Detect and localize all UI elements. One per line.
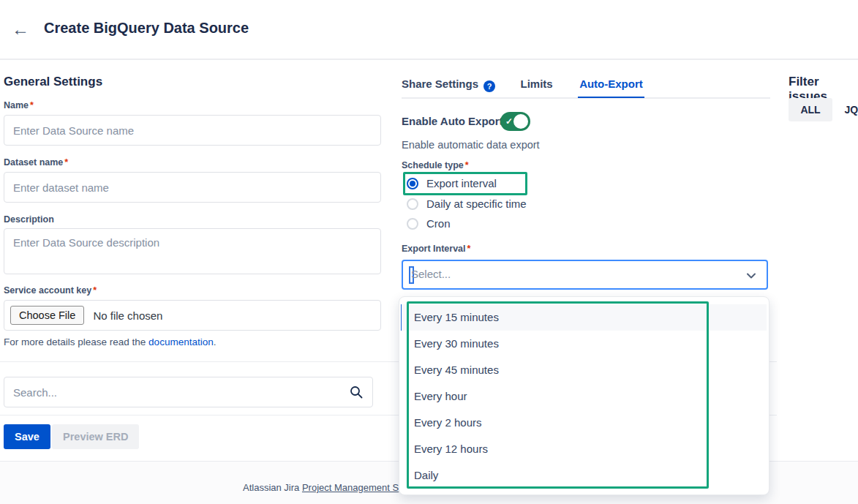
radio-label: Daily at specific time <box>426 198 527 210</box>
enable-auto-export-label: Enable Auto Export <box>402 115 503 127</box>
required-asterisk: * <box>467 244 471 254</box>
service-account-key-file-field: Choose File No file chosen <box>4 300 381 331</box>
dropdown-options-list: Every 15 minutes Every 30 minutes Every … <box>402 304 767 489</box>
export-interval-dropdown: Every 15 minutes Every 30 minutes Every … <box>399 296 769 495</box>
file-chosen-status: No file chosen <box>93 309 162 322</box>
radio-option-cron[interactable]: Cron <box>407 217 451 230</box>
back-button[interactable]: ← <box>12 19 29 40</box>
schedule-type-label: Schedule type* <box>402 160 469 170</box>
filter-tab-all[interactable]: ALL <box>789 98 832 121</box>
required-asterisk: * <box>465 160 469 170</box>
preview-erd-button[interactable]: Preview ERD <box>52 424 139 449</box>
search-icon[interactable] <box>349 385 364 399</box>
tab-share-settings[interactable]: Share Settings? <box>402 78 495 99</box>
choose-file-button[interactable]: Choose File <box>10 306 84 325</box>
required-asterisk: * <box>30 100 34 110</box>
option-every-12-hours[interactable]: Every 12 hours <box>402 436 767 462</box>
radio-label: Export interval <box>426 177 497 189</box>
page-title: Create BigQuery Data Source <box>44 20 249 37</box>
schedule-type-label-text: Schedule type <box>402 160 464 170</box>
hint-period: . <box>214 336 217 347</box>
auto-export-toggle[interactable]: ✓ <box>500 112 530 131</box>
tab-auto-export[interactable]: Auto-Export <box>578 78 644 98</box>
search-input[interactable] <box>4 377 373 407</box>
footer-link[interactable]: Project Management S <box>302 482 399 493</box>
settings-tabbar: Share Settings? Limits Auto-Export <box>402 78 770 99</box>
search-field <box>4 377 373 407</box>
auto-export-hint: Enable automatic data export <box>402 139 540 151</box>
chevron-down-icon <box>746 271 756 281</box>
service-account-key-label: Service account key* <box>4 285 97 296</box>
description-textarea[interactable] <box>4 228 381 274</box>
hint-text: For more details please read the <box>4 336 148 347</box>
select-placeholder: Select... <box>411 268 451 280</box>
check-icon: ✓ <box>505 116 513 127</box>
dataset-name-input[interactable] <box>4 172 381 203</box>
tab-share-settings-label: Share Settings <box>402 78 478 90</box>
name-input[interactable] <box>4 115 381 146</box>
option-every-2-hours[interactable]: Every 2 hours <box>402 410 767 436</box>
export-interval-select[interactable]: Select... <box>402 260 768 290</box>
radio-option-export-interval[interactable]: Export interval <box>407 177 497 189</box>
dataset-name-label: Dataset name* <box>4 157 68 168</box>
option-every-30-minutes[interactable]: Every 30 minutes <box>402 331 767 357</box>
footer-prefix: Atlassian Jira <box>243 482 302 493</box>
create-bigquery-data-source-page: ← Create BigQuery Data Source General Se… <box>0 0 858 504</box>
radio-option-daily-at-specific-time[interactable]: Daily at specific time <box>407 198 527 210</box>
enable-auto-export-row: Enable Auto Export ✓ <box>402 112 503 131</box>
filter-tab-jql[interactable]: JQL <box>832 98 858 121</box>
required-asterisk: * <box>93 285 97 296</box>
documentation-hint: For more details please read the documen… <box>4 336 216 347</box>
radio-unchecked-icon <box>407 218 418 230</box>
option-every-45-minutes[interactable]: Every 45 minutes <box>402 357 767 383</box>
description-label: Description <box>4 214 54 225</box>
radio-checked-icon <box>407 178 418 189</box>
page-header: ← Create BigQuery Data Source <box>0 0 858 60</box>
name-label-text: Name <box>4 100 29 110</box>
footer-text: Atlassian Jira Project Management S <box>243 482 399 493</box>
tab-limits[interactable]: Limits <box>520 78 552 97</box>
option-every-15-minutes[interactable]: Every 15 minutes <box>402 304 767 331</box>
option-daily[interactable]: Daily <box>402 462 767 489</box>
required-asterisk: * <box>64 157 68 168</box>
general-settings-heading: General Settings <box>4 75 102 89</box>
radio-unchecked-icon <box>407 198 418 210</box>
service-key-label-text: Service account key <box>4 285 91 296</box>
help-icon[interactable]: ? <box>483 80 495 92</box>
toggle-knob <box>513 114 528 129</box>
documentation-link[interactable]: documentation <box>148 336 214 347</box>
save-button[interactable]: Save <box>4 424 50 449</box>
radio-label: Cron <box>426 217 451 230</box>
export-interval-label: Export Interval* <box>402 244 470 254</box>
dataset-label-text: Dataset name <box>4 157 63 168</box>
name-label: Name* <box>4 100 34 110</box>
export-interval-label-text: Export Interval <box>402 244 466 254</box>
option-every-hour[interactable]: Every hour <box>402 383 767 410</box>
